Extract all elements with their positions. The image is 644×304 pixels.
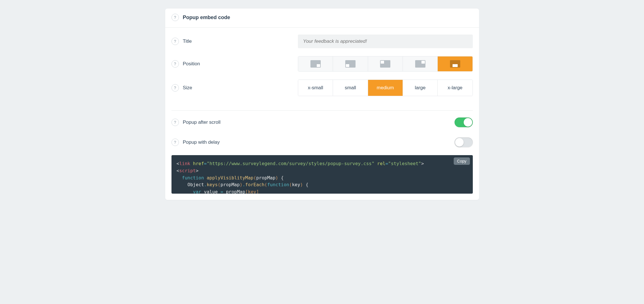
code-href: https://www.surveylegend.com/survey/styl… [209,161,372,166]
code-tok: propMap [226,189,245,194]
code-tok: key [292,182,300,187]
code-tok: var [193,189,201,194]
code-rel: stylesheet [391,161,418,166]
code-tok: keys [207,182,218,187]
field-label: Popup with delay [183,139,220,145]
code-tok: Object [187,182,204,187]
position-top-right[interactable] [403,56,438,71]
divider [171,110,473,111]
field-label: Title [183,38,192,44]
size-large[interactable]: large [403,80,438,96]
size-group: x-small small medium large x-large [298,80,473,96]
embed-code-block[interactable]: Copy<link href="https://www.surveylegend… [171,155,473,194]
position-bottom-left[interactable] [333,56,368,71]
field-label: Position [183,61,200,67]
position-row: ? Position [171,52,473,76]
position-icon [345,60,356,68]
code-tok: [key] [245,189,259,194]
scroll-toggle[interactable] [455,117,473,127]
delay-toggle[interactable] [455,137,473,147]
card-title: Popup embed code [183,15,230,21]
title-input[interactable] [298,35,473,48]
toggle-knob [455,138,464,147]
code-tok: value [204,189,218,194]
help-icon[interactable]: ? [171,14,179,21]
code-param: propMap [256,175,275,181]
delay-toggle-row: ? Popup with delay [165,132,479,152]
field-label: Size [183,85,192,91]
card-header: ? Popup embed code [165,9,479,28]
position-group [298,56,473,72]
position-top-left[interactable] [368,56,403,71]
code-tok: forEach [245,182,264,187]
help-icon[interactable]: ? [171,84,179,92]
field-label: Popup after scroll [183,119,221,125]
position-icon [310,60,321,68]
help-icon[interactable]: ? [171,60,179,68]
settings-section: ? Title ? Position [165,28,479,109]
help-icon[interactable]: ? [171,119,179,126]
position-icon [415,60,425,68]
title-row: ? Title [171,31,473,52]
help-icon[interactable]: ? [171,139,179,146]
size-row: ? Size x-small small medium large x-larg… [171,76,473,100]
position-icon [380,60,390,68]
toggle-knob [464,118,472,127]
help-icon[interactable]: ? [171,38,179,45]
position-bottom-center[interactable] [438,56,472,71]
size-x-small[interactable]: x-small [298,80,333,96]
position-bottom-right[interactable] [298,56,333,71]
size-small[interactable]: small [333,80,368,96]
code-tok: function [267,182,289,187]
position-icon [450,60,460,68]
size-medium[interactable]: medium [368,80,403,96]
scroll-toggle-row: ? Popup after scroll [165,112,479,132]
copy-button[interactable]: Copy [454,157,470,165]
popup-embed-card: ? Popup embed code ? Title ? Position [165,9,479,200]
code-tok: propMap [221,182,240,187]
size-x-large[interactable]: x-large [438,80,472,96]
code-fn: applyVisiblityMap [207,175,253,181]
